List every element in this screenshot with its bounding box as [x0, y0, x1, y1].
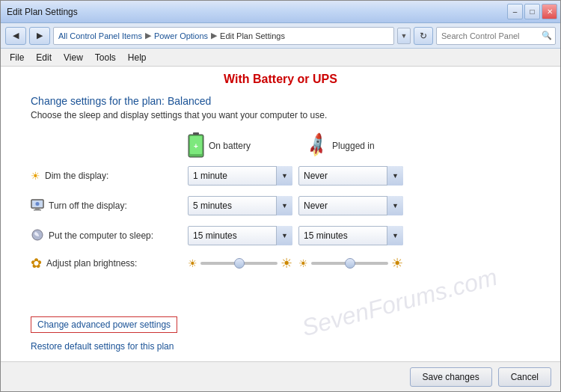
svg-rect-6 [34, 209, 41, 211]
sun-large-battery-icon: ☀ [280, 255, 292, 272]
search-wrapper: 🔍 [436, 27, 556, 45]
brightness-text: Adjust plan brightness: [46, 258, 137, 269]
brightness-battery-track [200, 262, 278, 265]
turn-off-plugged-select[interactable]: Never 1 minute 5 minutes 10 minutes [298, 196, 403, 215]
turn-off-display-controls: 1 minute 2 minutes 5 minutes 10 minutes … [188, 196, 403, 215]
dim-display-battery-wrapper: 1 minute 2 minutes 5 minutes 10 minutes … [188, 166, 292, 186]
main-window: Edit Plan Settings – □ ✕ ◀ ▶ All Control… [0, 0, 561, 392]
dim-display-label: ☀ Dim the display: [31, 170, 188, 182]
bottom-bar: Save changes Cancel [1, 361, 560, 391]
dim-display-text: Dim the display: [45, 171, 108, 181]
dim-display-controls: 1 minute 2 minutes 5 minutes 10 minutes … [188, 166, 403, 186]
dim-display-row: ☀ Dim the display: 1 minute 2 minutes 5 … [31, 165, 530, 186]
brightness-plugged-track [311, 262, 388, 265]
content-wrapper: With Battery or UPS Change settings for … [1, 67, 560, 361]
minimize-button[interactable]: – [507, 4, 523, 19]
turn-off-display-label: Turn off the display: [31, 198, 188, 214]
menu-bar: File Edit View Tools Help [1, 49, 560, 67]
cancel-button[interactable]: Cancel [498, 367, 551, 387]
sleep-battery-wrapper: 1 minute 5 minutes 10 minutes 15 minutes… [188, 226, 292, 245]
sun-large-plugged-icon: ☀ [391, 255, 403, 272]
brightness-plugged-thumb[interactable] [345, 258, 355, 269]
close-button[interactable]: ✕ [542, 4, 557, 19]
refresh-button[interactable]: ↻ [414, 27, 433, 45]
forward-button[interactable]: ▶ [29, 27, 50, 45]
menu-help[interactable]: Help [122, 51, 153, 64]
page-title: With Battery or UPS [224, 73, 337, 85]
plugged-column-header: 🚀 Plugged in [307, 136, 427, 156]
monitor-icon [31, 198, 44, 212]
sleep-controls: 1 minute 5 minutes 10 minutes 15 minutes… [188, 226, 403, 245]
menu-file[interactable]: File [4, 51, 30, 64]
turn-off-display-row: Turn off the display: 1 minute 2 minutes… [31, 195, 530, 216]
sleep-plugged-select[interactable]: 1 minute 5 minutes 10 minutes 15 minutes… [298, 226, 403, 245]
turn-off-battery-select[interactable]: 1 minute 2 minutes 5 minutes 10 minutes … [188, 196, 292, 215]
brightness-controls: ☀ ☀ ☀ ☀ [188, 255, 403, 272]
back-button[interactable]: ◀ [5, 27, 26, 45]
breadcrumb-sep-1: ▶ [145, 31, 151, 40]
svg-text:+: + [194, 142, 198, 150]
menu-tools[interactable]: Tools [89, 51, 122, 64]
save-changes-button[interactable]: Save changes [410, 367, 492, 387]
turn-off-plugged-wrapper: Never 1 minute 5 minutes 10 minutes ▼ [298, 196, 403, 215]
brightness-plugged-group: ☀ ☀ [298, 255, 403, 272]
battery-column-label: On battery [209, 141, 251, 151]
address-bar: ◀ ▶ All Control Panel Items ▶ Power Opti… [1, 23, 560, 49]
brightness-battery-thumb[interactable] [234, 258, 245, 269]
brightness-icon: ✿ [31, 255, 42, 272]
sleep-label: Put the computer to sleep: [31, 228, 188, 244]
settings-content: Change settings for the plan: Balanced C… [1, 89, 560, 309]
svg-point-8 [36, 202, 40, 206]
main-content: With Battery or UPS Change settings for … [1, 67, 560, 361]
column-headers: + On battery 🚀 Plugged in [188, 132, 530, 159]
menu-edit[interactable]: Edit [30, 51, 58, 64]
breadcrumb-item-0[interactable]: All Control Panel Items [58, 31, 142, 40]
brightness-battery-group: ☀ ☀ [188, 255, 292, 272]
sun-small-plugged-icon: ☀ [298, 257, 308, 269]
dim-display-plugged-select[interactable]: Never 1 minute 5 minutes 10 minutes 15 m… [298, 166, 403, 186]
turn-off-battery-wrapper: 1 minute 2 minutes 5 minutes 10 minutes … [188, 196, 292, 215]
advanced-settings-link[interactable]: Change advanced power settings [31, 316, 177, 333]
turn-off-display-icon [31, 198, 44, 214]
sun-small-battery-icon: ☀ [188, 257, 197, 269]
plugged-column-label: Plugged in [332, 141, 375, 151]
dim-display-plugged-wrapper: Never 1 minute 5 minutes 10 minutes 15 m… [298, 166, 403, 186]
dim-display-icon: ☀ [31, 170, 40, 182]
sleep-plugged-wrapper: 1 minute 5 minutes 10 minutes 15 minutes… [298, 226, 403, 245]
breadcrumb-item-2[interactable]: Edit Plan Settings [220, 31, 285, 40]
sleep-row: Put the computer to sleep: 1 minute 5 mi… [31, 225, 530, 246]
svg-rect-5 [35, 208, 40, 209]
links-section: Change advanced power settings Restore d… [1, 309, 560, 361]
breadcrumb-item-1[interactable]: Power Options [154, 31, 208, 40]
breadcrumb-dropdown[interactable]: ▼ [397, 28, 411, 44]
page-title-bar: With Battery or UPS [1, 67, 560, 89]
battery-column-header: + On battery [188, 132, 307, 159]
plugged-icon: 🚀 [304, 132, 331, 160]
breadcrumb: All Control Panel Items ▶ Power Options … [53, 27, 394, 45]
dim-display-battery-select[interactable]: 1 minute 2 minutes 5 minutes 10 minutes … [188, 166, 292, 186]
search-input[interactable] [436, 27, 556, 45]
menu-view[interactable]: View [58, 51, 89, 64]
window-title: Edit Plan Settings [7, 7, 78, 17]
sleep-icon-svg [31, 228, 44, 242]
battery-icon: + [188, 132, 204, 159]
plan-heading: Change settings for the plan: Balanced [31, 95, 530, 107]
plan-subtitle: Choose the sleep and display settings th… [31, 110, 530, 120]
sleep-battery-select[interactable]: 1 minute 5 minutes 10 minutes 15 minutes… [188, 226, 292, 245]
brightness-label: ✿ Adjust plan brightness: [31, 255, 188, 272]
title-bar-buttons: – □ ✕ [507, 4, 557, 19]
turn-off-display-text: Turn off the display: [49, 200, 127, 211]
title-bar: Edit Plan Settings – □ ✕ [1, 1, 560, 23]
search-icon[interactable]: 🔍 [541, 30, 553, 42]
breadcrumb-sep-2: ▶ [211, 31, 217, 40]
maximize-button[interactable]: □ [524, 4, 540, 19]
sleep-text: Put the computer to sleep: [49, 230, 153, 241]
brightness-row: ✿ Adjust plan brightness: ☀ ☀ [31, 255, 530, 272]
sleep-icon [31, 228, 44, 244]
restore-defaults-link[interactable]: Restore default settings for this plan [31, 339, 530, 354]
